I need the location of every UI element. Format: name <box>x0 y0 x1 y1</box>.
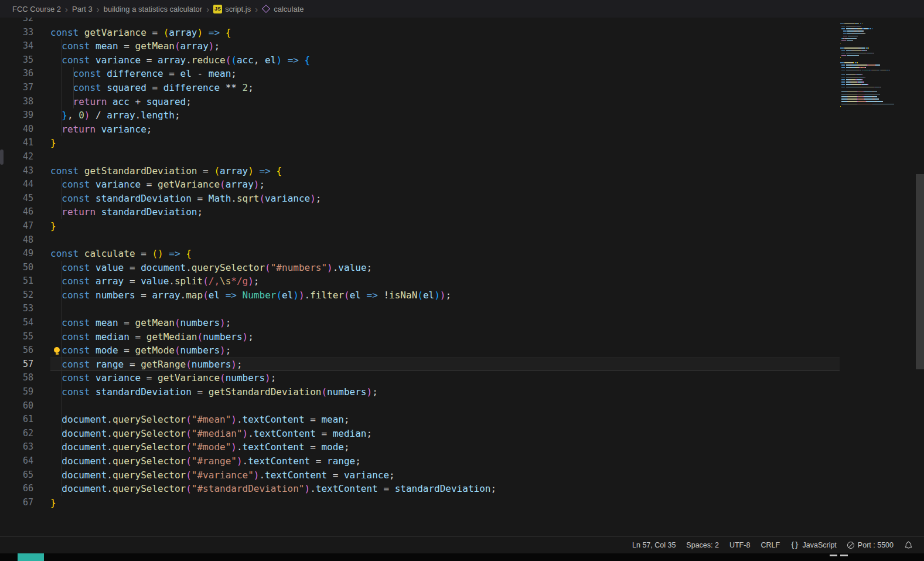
line-number: 51 <box>0 274 33 288</box>
line-number: 66 <box>0 482 33 496</box>
taskbar-clock-partial <box>830 555 848 556</box>
code-line-67[interactable]: 67} <box>0 496 840 510</box>
line-number: 40 <box>0 123 33 137</box>
indent-guide <box>62 274 62 288</box>
code-line-50[interactable]: 50 const value = document.querySelector(… <box>0 261 840 275</box>
code-line-59[interactable]: 59 const standardDeviation = getStandard… <box>0 385 840 399</box>
line-number: 46 <box>0 205 33 219</box>
breadcrumb-file[interactable]: JS script.js <box>213 5 251 13</box>
code-line-33[interactable]: 33const getVariance = (array) => { <box>0 26 840 40</box>
code-content: const variance = getVariance(array); <box>50 178 840 192</box>
line-number: 55 <box>0 330 33 344</box>
line-number: 43 <box>0 164 33 178</box>
line-number: 63 <box>0 440 33 454</box>
code-line-34[interactable]: 34 const mean = getMean(array); <box>0 39 840 53</box>
port-icon <box>847 542 854 549</box>
code-content: } <box>50 136 840 150</box>
taskbar-app-icon[interactable] <box>18 553 44 561</box>
minimap[interactable] <box>840 19 894 107</box>
code-line-57[interactable]: 57 const range = getRange(numbers); <box>0 358 840 372</box>
breadcrumb-symbol[interactable]: calculate <box>262 5 304 13</box>
code-content <box>50 233 840 247</box>
indent-guide <box>62 95 62 109</box>
cursor-position[interactable]: Ln 57, Col 35 <box>627 541 681 549</box>
code-content <box>50 18 840 26</box>
code-line-54[interactable]: 54 const mean = getMean(numbers); <box>0 316 840 330</box>
code-line-46[interactable]: 46 return standardDeviation; <box>0 205 840 219</box>
code-line-47[interactable]: 47} <box>0 219 840 233</box>
code-line-60[interactable]: 60 <box>0 399 840 413</box>
code-line-39[interactable]: 39 }, 0) / array.length; <box>0 108 840 123</box>
line-number: 36 <box>0 67 33 81</box>
code-content: document.querySelector("#mode").textCont… <box>50 440 840 454</box>
left-edge-marker <box>0 149 4 165</box>
eol-setting[interactable]: CRLF <box>755 541 785 549</box>
breadcrumb-folder-3[interactable]: building a statistics calculator <box>104 5 202 13</box>
line-number: 42 <box>0 150 33 164</box>
code-line-56[interactable]: 56 const mode = getMode(numbers); <box>0 344 840 358</box>
code-line-35[interactable]: 35 const variance = array.reduce((acc, e… <box>0 53 840 67</box>
indent-guide <box>62 123 62 137</box>
minimap-content <box>840 19 894 107</box>
code-line-51[interactable]: 51 const array = value.split(/,\s*/g); <box>0 274 840 288</box>
code-line-48[interactable]: 48 <box>0 233 840 247</box>
code-line-58[interactable]: 58 const variance = getVariance(numbers)… <box>0 371 840 385</box>
line-number: 34 <box>0 39 33 53</box>
code-line-42[interactable]: 42 <box>0 150 840 164</box>
line-number: 37 <box>0 81 33 95</box>
code-content: document.querySelector("#variance").text… <box>50 468 840 482</box>
code-line-64[interactable]: 64 document.querySelector("#range").text… <box>0 454 840 468</box>
bell-icon <box>904 541 913 550</box>
code-line-49[interactable]: 49const calculate = () => { <box>0 247 840 261</box>
encoding-setting[interactable]: UTF-8 <box>724 541 755 549</box>
line-number: 54 <box>0 316 33 330</box>
code-line-36[interactable]: 36 const difference = el - mean; <box>0 67 840 81</box>
code-line-66[interactable]: 66 document.querySelector("#standardDevi… <box>0 482 840 496</box>
indent-guide <box>62 108 62 123</box>
code-line-62[interactable]: 62 document.querySelector("#median").tex… <box>0 427 840 441</box>
indent-guide <box>62 371 62 385</box>
chevron-right-icon: › <box>255 5 258 13</box>
indentation-setting[interactable]: Spaces: 2 <box>681 541 724 549</box>
code-line-63[interactable]: 63 document.querySelector("#mode").textC… <box>0 440 840 454</box>
code-content: document.querySelector("#range").textCon… <box>50 454 840 468</box>
language-mode[interactable]: {} JavaScript <box>785 541 842 549</box>
notifications-button[interactable] <box>899 541 918 550</box>
line-number: 32 <box>0 18 33 26</box>
line-number: 33 <box>0 26 33 40</box>
breadcrumb-folder-1[interactable]: FCC Course 2 <box>12 5 61 13</box>
code-line-40[interactable]: 40 return variance; <box>0 123 840 137</box>
chevron-right-icon: › <box>206 5 209 13</box>
code-line-53[interactable]: 53 <box>0 302 840 316</box>
code-content: const value = document.querySelector("#n… <box>50 261 840 275</box>
code-line-65[interactable]: 65 document.querySelector("#variance").t… <box>0 468 840 482</box>
code-line-37[interactable]: 37 const squared = difference ** 2; <box>0 81 840 95</box>
chevron-right-icon: › <box>97 5 100 13</box>
indent-guide <box>73 67 74 81</box>
code-line-32[interactable]: 32 <box>0 18 840 26</box>
code-line-41[interactable]: 41} <box>0 136 840 150</box>
code-line-52[interactable]: 52 const numbers = array.map(el => Numbe… <box>0 288 840 302</box>
code-line-38[interactable]: 38 return acc + squared; <box>0 95 840 109</box>
code-content: const getVariance = (array) => { <box>50 26 840 40</box>
indent-guide <box>62 67 62 81</box>
vertical-scrollbar-thumb[interactable] <box>916 174 924 369</box>
code-line-44[interactable]: 44 const variance = getVariance(array); <box>0 178 840 192</box>
code-content: const mean = getMean(array); <box>50 39 840 53</box>
code-content: const standardDeviation = Math.sqrt(vari… <box>50 192 840 206</box>
line-number: 47 <box>0 219 33 233</box>
code-line-61[interactable]: 61 document.querySelector("#mean").textC… <box>0 413 840 427</box>
code-line-55[interactable]: 55 const median = getMedian(numbers); <box>0 330 840 344</box>
line-number: 59 <box>0 385 33 399</box>
breadcrumb-folder-2[interactable]: Part 3 <box>72 5 93 13</box>
code-line-43[interactable]: 43const getStandardDeviation = (array) =… <box>0 164 840 178</box>
indent-guide <box>62 385 62 399</box>
indent-guide <box>62 413 62 427</box>
indent-guide <box>62 316 62 330</box>
code-line-45[interactable]: 45 const standardDeviation = Math.sqrt(v… <box>0 192 840 206</box>
line-number: 45 <box>0 192 33 206</box>
code-content: const calculate = () => { <box>50 247 840 261</box>
line-number: 57 <box>0 358 33 372</box>
code-editor: 3233const getVariance = (array) => {34 c… <box>0 18 924 536</box>
live-server-port[interactable]: Port : 5500 <box>842 541 899 549</box>
